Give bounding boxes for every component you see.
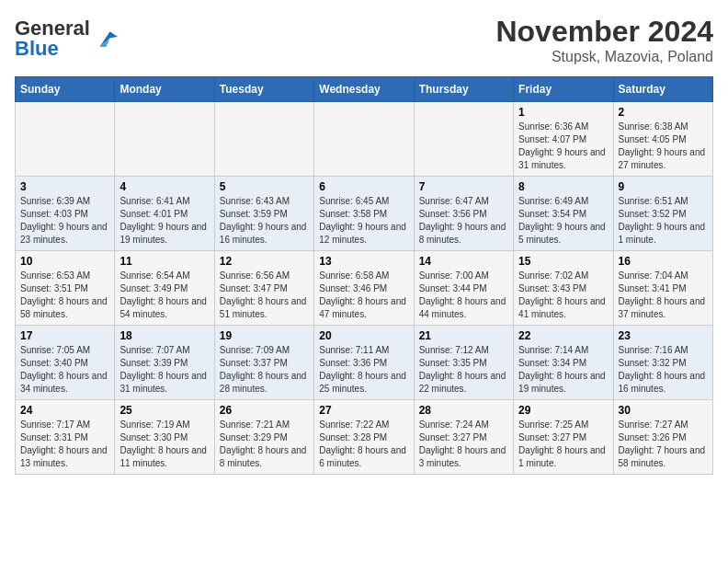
week-row-2: 3Sunrise: 6:39 AMSunset: 4:03 PMDaylight… bbox=[16, 177, 713, 251]
day-cell: 18Sunrise: 7:07 AMSunset: 3:39 PMDayligh… bbox=[115, 326, 214, 400]
day-number: 16 bbox=[619, 255, 708, 268]
day-number: 26 bbox=[220, 404, 309, 417]
day-info: Sunrise: 7:22 AMSunset: 3:28 PMDaylight:… bbox=[319, 419, 408, 470]
day-cell: 20Sunrise: 7:11 AMSunset: 3:36 PMDayligh… bbox=[314, 326, 414, 400]
day-info: Sunrise: 6:47 AMSunset: 3:56 PMDaylight:… bbox=[419, 195, 508, 247]
day-cell: 29Sunrise: 7:25 AMSunset: 3:27 PMDayligh… bbox=[514, 400, 613, 475]
day-cell: 19Sunrise: 7:09 AMSunset: 3:37 PMDayligh… bbox=[214, 326, 313, 400]
day-cell: 14Sunrise: 7:00 AMSunset: 3:44 PMDayligh… bbox=[414, 251, 513, 326]
day-info: Sunrise: 6:36 AMSunset: 4:07 PMDaylight:… bbox=[518, 121, 608, 172]
day-info: Sunrise: 6:54 AMSunset: 3:49 PMDaylight:… bbox=[119, 270, 209, 321]
day-cell: 10Sunrise: 6:53 AMSunset: 3:51 PMDayligh… bbox=[16, 251, 115, 326]
day-cell: 6Sunrise: 6:45 AMSunset: 3:58 PMDaylight… bbox=[314, 177, 414, 251]
day-info: Sunrise: 6:56 AMSunset: 3:47 PMDaylight:… bbox=[220, 270, 309, 321]
day-number: 18 bbox=[119, 329, 209, 342]
day-number: 12 bbox=[220, 255, 309, 268]
week-row-3: 10Sunrise: 6:53 AMSunset: 3:51 PMDayligh… bbox=[16, 251, 713, 326]
logo: General Blue bbox=[15, 18, 118, 59]
day-cell: 4Sunrise: 6:41 AMSunset: 4:01 PMDaylight… bbox=[115, 177, 214, 251]
day-cell: 25Sunrise: 7:19 AMSunset: 3:30 PMDayligh… bbox=[115, 400, 214, 475]
day-info: Sunrise: 6:53 AMSunset: 3:51 PMDaylight:… bbox=[20, 270, 109, 321]
day-info: Sunrise: 7:07 AMSunset: 3:39 PMDaylight:… bbox=[119, 344, 209, 396]
day-number: 28 bbox=[419, 404, 508, 417]
day-info: Sunrise: 7:05 AMSunset: 3:40 PMDaylight:… bbox=[20, 344, 109, 396]
page-subtitle: Stupsk, Mazovia, Poland bbox=[495, 49, 713, 65]
day-number: 9 bbox=[619, 180, 708, 193]
week-row-4: 17Sunrise: 7:05 AMSunset: 3:40 PMDayligh… bbox=[16, 326, 713, 400]
header-wednesday: Wednesday bbox=[314, 77, 414, 102]
day-info: Sunrise: 7:21 AMSunset: 3:29 PMDaylight:… bbox=[220, 419, 309, 470]
header-monday: Monday bbox=[115, 77, 214, 102]
day-number: 15 bbox=[518, 255, 608, 268]
day-number: 30 bbox=[619, 404, 708, 417]
day-number: 22 bbox=[518, 329, 608, 342]
day-cell: 5Sunrise: 6:43 AMSunset: 3:59 PMDaylight… bbox=[214, 177, 313, 251]
page-title: November 2024 bbox=[495, 15, 713, 49]
day-number: 10 bbox=[20, 255, 109, 268]
day-info: Sunrise: 6:41 AMSunset: 4:01 PMDaylight:… bbox=[119, 195, 209, 247]
day-info: Sunrise: 6:45 AMSunset: 3:58 PMDaylight:… bbox=[319, 195, 408, 247]
day-number: 29 bbox=[518, 404, 608, 417]
day-info: Sunrise: 7:14 AMSunset: 3:34 PMDaylight:… bbox=[518, 344, 608, 396]
day-cell: 24Sunrise: 7:17 AMSunset: 3:31 PMDayligh… bbox=[16, 400, 115, 475]
day-number: 21 bbox=[419, 329, 508, 342]
day-number: 17 bbox=[20, 329, 109, 342]
day-cell: 8Sunrise: 6:49 AMSunset: 3:54 PMDaylight… bbox=[514, 177, 613, 251]
header-friday: Friday bbox=[514, 77, 613, 102]
header-row: SundayMondayTuesdayWednesdayThursdayFrid… bbox=[16, 77, 713, 102]
day-cell: 3Sunrise: 6:39 AMSunset: 4:03 PMDaylight… bbox=[16, 177, 115, 251]
header-saturday: Saturday bbox=[613, 77, 712, 102]
day-cell: 13Sunrise: 6:58 AMSunset: 3:46 PMDayligh… bbox=[314, 251, 414, 326]
header-sunday: Sunday bbox=[16, 77, 115, 102]
day-cell: 16Sunrise: 7:04 AMSunset: 3:41 PMDayligh… bbox=[613, 251, 712, 326]
day-cell: 15Sunrise: 7:02 AMSunset: 3:43 PMDayligh… bbox=[514, 251, 613, 326]
day-cell bbox=[16, 102, 115, 177]
day-number: 4 bbox=[119, 180, 209, 193]
day-cell bbox=[115, 102, 214, 177]
day-info: Sunrise: 7:04 AMSunset: 3:41 PMDaylight:… bbox=[619, 270, 708, 321]
header-tuesday: Tuesday bbox=[214, 77, 313, 102]
day-cell: 23Sunrise: 7:16 AMSunset: 3:32 PMDayligh… bbox=[613, 326, 712, 400]
day-info: Sunrise: 7:27 AMSunset: 3:26 PMDaylight:… bbox=[619, 419, 708, 470]
day-info: Sunrise: 6:58 AMSunset: 3:46 PMDaylight:… bbox=[319, 270, 408, 321]
day-cell: 27Sunrise: 7:22 AMSunset: 3:28 PMDayligh… bbox=[314, 400, 414, 475]
day-info: Sunrise: 7:17 AMSunset: 3:31 PMDaylight:… bbox=[20, 419, 109, 470]
page-header: General Blue November 2024 Stupsk, Mazov… bbox=[15, 15, 713, 65]
day-info: Sunrise: 7:11 AMSunset: 3:36 PMDaylight:… bbox=[319, 344, 408, 396]
day-cell: 1Sunrise: 6:36 AMSunset: 4:07 PMDaylight… bbox=[514, 102, 613, 177]
day-cell: 26Sunrise: 7:21 AMSunset: 3:29 PMDayligh… bbox=[214, 400, 313, 475]
day-info: Sunrise: 6:49 AMSunset: 3:54 PMDaylight:… bbox=[518, 195, 608, 247]
day-cell: 11Sunrise: 6:54 AMSunset: 3:49 PMDayligh… bbox=[115, 251, 214, 326]
day-number: 19 bbox=[220, 329, 309, 342]
day-number: 6 bbox=[319, 180, 408, 193]
day-number: 8 bbox=[518, 180, 608, 193]
day-info: Sunrise: 7:02 AMSunset: 3:43 PMDaylight:… bbox=[518, 270, 608, 321]
day-number: 24 bbox=[20, 404, 109, 417]
day-number: 7 bbox=[419, 180, 508, 193]
day-number: 13 bbox=[319, 255, 408, 268]
day-info: Sunrise: 7:24 AMSunset: 3:27 PMDaylight:… bbox=[419, 419, 508, 470]
day-info: Sunrise: 6:38 AMSunset: 4:05 PMDaylight:… bbox=[619, 121, 708, 172]
day-number: 5 bbox=[220, 180, 309, 193]
day-number: 3 bbox=[20, 180, 109, 193]
logo-text: General Blue bbox=[15, 18, 90, 59]
calendar-table: SundayMondayTuesdayWednesdayThursdayFrid… bbox=[15, 76, 713, 475]
day-cell bbox=[214, 102, 313, 177]
day-number: 20 bbox=[319, 329, 408, 342]
day-cell: 12Sunrise: 6:56 AMSunset: 3:47 PMDayligh… bbox=[214, 251, 313, 326]
day-number: 23 bbox=[619, 329, 708, 342]
day-cell: 2Sunrise: 6:38 AMSunset: 4:05 PMDaylight… bbox=[613, 102, 712, 177]
logo-icon bbox=[92, 26, 118, 52]
day-info: Sunrise: 6:51 AMSunset: 3:52 PMDaylight:… bbox=[619, 195, 708, 247]
day-info: Sunrise: 7:12 AMSunset: 3:35 PMDaylight:… bbox=[419, 344, 508, 396]
day-cell bbox=[314, 102, 414, 177]
day-info: Sunrise: 7:00 AMSunset: 3:44 PMDaylight:… bbox=[419, 270, 508, 321]
day-number: 14 bbox=[419, 255, 508, 268]
week-row-5: 24Sunrise: 7:17 AMSunset: 3:31 PMDayligh… bbox=[16, 400, 713, 475]
day-info: Sunrise: 6:39 AMSunset: 4:03 PMDaylight:… bbox=[20, 195, 109, 247]
day-number: 27 bbox=[319, 404, 408, 417]
week-row-1: 1Sunrise: 6:36 AMSunset: 4:07 PMDaylight… bbox=[16, 102, 713, 177]
day-number: 11 bbox=[119, 255, 209, 268]
day-info: Sunrise: 7:16 AMSunset: 3:32 PMDaylight:… bbox=[619, 344, 708, 396]
day-number: 1 bbox=[518, 106, 608, 119]
